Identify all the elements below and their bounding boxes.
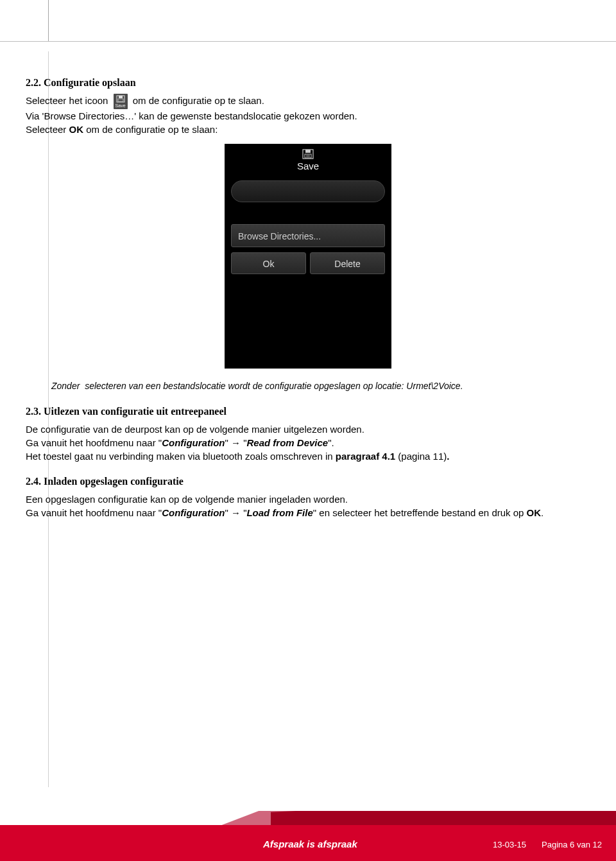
- load-from-file-bold: Load from File: [246, 507, 312, 518]
- text: Ga vanuit het hoofdmenu naar ": [26, 437, 162, 448]
- heading-2-3: 2.3. Uitlezen van configuratie uit entre…: [26, 406, 590, 417]
- save-icon: Save: [114, 94, 128, 109]
- footer-slogan: Afspraak is afspraak: [263, 839, 357, 849]
- footer-page: Pagina 6 van 12: [542, 840, 602, 849]
- configuration-bold-2: Configuration: [162, 507, 225, 518]
- para-2-4-line2: Ga vanuit het hoofdmenu naar "Configurat…: [26, 506, 590, 519]
- text: (pagina 11): [395, 451, 447, 462]
- header-vertical-rule: [48, 0, 49, 41]
- svg-rect-2: [118, 99, 123, 101]
- svg-rect-1: [119, 96, 123, 98]
- phone-button-row: Ok Delete: [231, 252, 385, 274]
- para-2-2-line3: Selecteer OK om de configuratie op te sl…: [26, 123, 590, 136]
- footer: Afspraak is afspraak 13-03-15 Pagina 6 v…: [0, 825, 616, 861]
- text: om de configuratie op te slaan.: [133, 95, 264, 106]
- phone-screenshot: Save Browse Directories... Ok Delete: [225, 144, 391, 369]
- section-2-3: 2.3. Uitlezen van configuratie uit entre…: [26, 406, 590, 463]
- text: om de configuratie op te slaan:: [83, 124, 218, 135]
- phone-title: Save: [225, 161, 391, 171]
- svg-rect-4: [305, 150, 311, 153]
- paragraaf-bold: paragraaf 4.1: [336, 451, 395, 462]
- text: " → ": [225, 437, 246, 448]
- svg-rect-5: [305, 154, 311, 158]
- floppy-icon: [302, 149, 314, 159]
- para-2-3-line1: De configuratie van de deurpost kan op d…: [26, 422, 590, 436]
- period-bold: .: [447, 451, 449, 462]
- text: Het toestel gaat nu verbinding maken via…: [26, 451, 336, 462]
- phone-browse-button[interactable]: Browse Directories...: [231, 224, 385, 247]
- para-2-4-line1: Een opgeslagen configuratie kan op de vo…: [26, 492, 590, 506]
- section-2-4: 2.4. Inladen opgeslagen configuratie Een…: [26, 476, 590, 519]
- document-body: 2.2. Configuratie opslaan Selecteer het …: [26, 77, 590, 532]
- phone-filename-field[interactable]: [231, 180, 385, 202]
- footer-date: 13-03-15: [493, 840, 526, 849]
- phone-delete-button[interactable]: Delete: [310, 252, 385, 274]
- header-horizontal-rule: [0, 41, 616, 42]
- ok-bold: OK: [69, 124, 84, 135]
- heading-2-2: 2.2. Configuratie opslaan: [26, 77, 590, 89]
- section-2-2: 2.2. Configuratie opslaan Selecteer het …: [26, 77, 590, 393]
- text: " → ": [225, 507, 246, 518]
- text: .: [541, 507, 543, 518]
- ok-bold-2: OK: [527, 507, 542, 518]
- text: ".: [328, 437, 334, 448]
- footer-diagonal-strip: [0, 811, 616, 825]
- para-2-3-line3: Het toestel gaat nu verbinding maken via…: [26, 449, 590, 463]
- phone-ok-button[interactable]: Ok: [231, 252, 306, 274]
- configuration-bold: Configuration: [162, 437, 225, 448]
- text: Ga vanuit het hoofdmenu naar ": [26, 507, 162, 518]
- text: Selecteer het icoon: [26, 95, 111, 106]
- read-from-device-bold: Read from Device: [246, 437, 328, 448]
- heading-2-4: 2.4. Inladen opgeslagen configuratie: [26, 476, 590, 487]
- para-2-2-line1: Selecteer het icoon Save om de configura…: [26, 94, 590, 109]
- text: Selecteer: [26, 124, 69, 135]
- save-icon-label: Save: [116, 103, 126, 108]
- para-2-3-line2: Ga vanuit het hoofdmenu naar "Configurat…: [26, 436, 590, 449]
- para-2-2-line2: Via 'Browse Directories…' kan de gewenst…: [26, 109, 590, 123]
- caption-2-2: Zonder selecteren van een bestandslocati…: [51, 380, 590, 393]
- text: " en selecteer het betreffende bestand e…: [313, 507, 527, 518]
